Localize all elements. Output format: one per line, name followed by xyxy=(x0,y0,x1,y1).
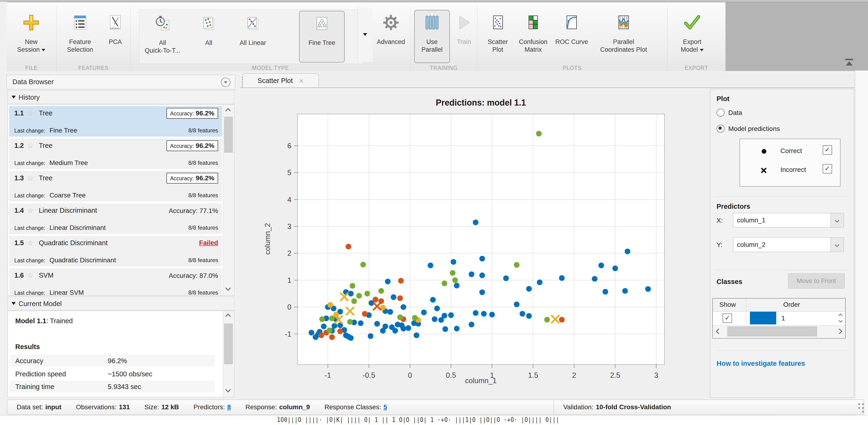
history-item-1-2[interactable]: 1.2☆Tree Accuracy:96.2% Last change:Medi… xyxy=(9,138,222,169)
scatter-plot-button[interactable]: ScatterPlot xyxy=(481,10,514,62)
section-separator xyxy=(667,7,668,70)
collapse-ribbon-button[interactable] xyxy=(844,59,855,68)
current-model-section-header[interactable]: Current Model xyxy=(7,296,234,310)
history-item-1-5[interactable]: 1.5☆Quadratic Discriminant Failed Last c… xyxy=(9,236,222,266)
x-predictor-value: column_1 xyxy=(737,217,766,224)
result-row-value: ~1500 obs/sec xyxy=(108,370,152,378)
history-item-1-6[interactable]: 1.6☆SVM Accuracy:87.0% Last change:Linea… xyxy=(9,268,222,296)
drag-handle[interactable] xyxy=(242,81,243,83)
features-count: 8/8 features xyxy=(188,257,218,263)
window-resize-grip[interactable] xyxy=(862,403,864,405)
gallery-expand-icon xyxy=(363,33,367,36)
class-show-checkbox[interactable]: ✓ xyxy=(723,314,732,323)
last-change-value: Quadratic Discriminant xyxy=(50,256,116,264)
failed-status-link[interactable]: Failed xyxy=(199,239,218,247)
features-count: 8/8 features xyxy=(188,225,218,231)
new-session-plus-icon xyxy=(22,10,40,35)
scroll-right-arrow-icon[interactable] xyxy=(837,329,842,334)
gallery-expand-button[interactable] xyxy=(358,7,373,62)
move-to-front-button[interactable]: Move to Front xyxy=(788,273,845,289)
drag-handle[interactable] xyxy=(242,77,243,78)
result-row-value: 96.2% xyxy=(108,357,127,365)
tab-close-icon[interactable]: × xyxy=(299,76,304,85)
radio-data[interactable] xyxy=(717,109,724,117)
class-order-value: 1 xyxy=(781,314,785,322)
incorrect-checkbox[interactable]: ✓ xyxy=(823,164,832,173)
favorite-star-icon[interactable]: ☆ xyxy=(27,109,34,117)
current-model-scrollbar-thumb[interactable] xyxy=(224,324,233,364)
history-item-1-3[interactable]: 1.3☆Tree Accuracy:96.2% Last change:Coar… xyxy=(9,171,222,201)
x-predictor-dropdown[interactable]: column_1 xyxy=(733,213,844,228)
gallery-item-fine-tree[interactable]: Fine Tree xyxy=(299,11,345,62)
scroll-left-arrow-icon[interactable] xyxy=(716,329,721,334)
favorite-star-icon[interactable]: ☆ xyxy=(27,271,34,280)
result-row-label: Training time xyxy=(15,383,55,391)
feature-selection-button[interactable]: FeatureSelection xyxy=(60,10,100,62)
fine-tree-icon xyxy=(314,11,330,36)
history-scrollbar-thumb[interactable] xyxy=(224,117,233,152)
drag-handle[interactable] xyxy=(242,79,243,80)
radio-model-predictions-label[interactable]: Model predictions xyxy=(728,125,780,133)
tab-scatter-plot[interactable]: Scatter Plot × xyxy=(242,73,319,88)
pca-button[interactable]: PCA xyxy=(102,10,128,62)
last-change-label: Last change: xyxy=(14,193,45,199)
gallery-item-all[interactable]: All xyxy=(191,11,226,62)
train-button[interactable]: Train xyxy=(451,10,477,62)
y-axis-label: column_2 xyxy=(264,204,272,274)
y-predictor-label: Y: xyxy=(717,241,722,249)
order-column-header: Order xyxy=(783,301,800,308)
hscrollbar-thumb[interactable] xyxy=(727,327,817,336)
ribbon-empty-area xyxy=(725,2,868,71)
legend-incorrect-label: Incorrect xyxy=(780,166,806,173)
history-item-1-4[interactable]: 1.4☆Linear Discriminant Accuracy:77.1% L… xyxy=(9,203,222,234)
window-resize-grip[interactable] xyxy=(862,411,864,413)
validation-status-bar: Validation:10-fold Cross-Validation xyxy=(554,400,864,415)
spinner-down-icon[interactable] xyxy=(839,319,843,323)
dropdown-button[interactable] xyxy=(830,238,844,252)
predictors-heading: Predictors xyxy=(717,203,750,210)
roc-curve-button[interactable]: ROC Curve xyxy=(552,10,591,62)
window-resize-grip[interactable] xyxy=(862,407,864,409)
radio-data-label[interactable]: Data xyxy=(728,109,742,117)
incorrect-marker-icon xyxy=(760,167,767,174)
favorite-star-icon[interactable]: ☆ xyxy=(27,174,34,182)
svg-text:0.5: 0.5 xyxy=(446,371,456,379)
advanced-button[interactable]: Advanced xyxy=(372,10,410,62)
favorite-star-icon[interactable]: ☆ xyxy=(27,206,34,215)
new-session-button[interactable]: New Session xyxy=(13,10,49,62)
gallery-item-all-linear[interactable]: All Linear xyxy=(228,11,278,62)
confusion-matrix-button[interactable]: ConfusionMatrix xyxy=(516,10,551,62)
export-check-icon xyxy=(683,10,702,35)
features-count: 8/8 features xyxy=(188,289,218,296)
scatter-plot-canvas[interactable]: -1-0.500.511.522.53-10123456 xyxy=(298,114,664,365)
history-item-1-1[interactable]: 1.1☆Tree Accuracy:96.2% Last change:Fine… xyxy=(9,106,222,137)
spinner-up-icon[interactable] xyxy=(839,314,843,318)
current-model-header-label: Current Model xyxy=(19,297,62,311)
status-validation: Validation:10-fold Cross-Validation xyxy=(563,403,671,411)
predictors-count-link[interactable]: 8 xyxy=(227,403,231,410)
y-predictor-dropdown[interactable]: column_2 xyxy=(733,237,844,252)
favorite-star-icon[interactable]: ☆ xyxy=(27,238,34,247)
use-parallel-icon xyxy=(424,10,440,35)
drag-handle[interactable] xyxy=(242,86,243,87)
correct-checkbox[interactable]: ✓ xyxy=(823,145,832,155)
roc-curve-icon xyxy=(564,10,580,35)
section-label-model-type: MODEL TYPE xyxy=(130,64,410,72)
window-resize-grip[interactable] xyxy=(858,403,860,405)
window-resize-grip[interactable] xyxy=(858,407,860,409)
parallel-coordinates-plot-button[interactable]: ParallelCoordinates Plot xyxy=(593,10,654,62)
gallery-item-all-quick-to-train[interactable]: AllQuick-To-T... xyxy=(137,11,188,62)
use-parallel-button[interactable]: UseParallel xyxy=(414,10,450,63)
response-classes-count-link[interactable]: 5 xyxy=(383,403,387,410)
dropdown-button[interactable] xyxy=(830,213,844,227)
drag-handle[interactable] xyxy=(242,84,243,85)
export-model-button[interactable]: Export Model xyxy=(673,10,711,62)
how-to-investigate-features-link[interactable]: How to investigate features xyxy=(717,360,805,367)
model-name: Quadratic Discriminant xyxy=(39,239,107,247)
favorite-star-icon[interactable]: ☆ xyxy=(27,141,34,150)
radio-model-predictions[interactable] xyxy=(717,124,724,133)
history-section-header[interactable]: History xyxy=(7,90,234,104)
data-browser-header: Data Browser xyxy=(7,75,235,89)
classes-hscrollbar[interactable] xyxy=(713,325,845,337)
panel-options-button[interactable] xyxy=(221,78,230,87)
